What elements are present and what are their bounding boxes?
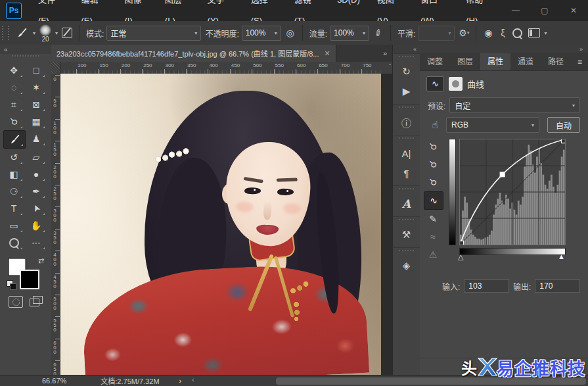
dock-group-grip[interactable] <box>399 188 414 192</box>
glyphs-panel[interactable]: A <box>393 194 420 214</box>
default-colors-icon[interactable] <box>7 280 15 289</box>
pressure-opacity-icon[interactable]: ◎ <box>283 26 298 40</box>
3d-panel[interactable]: ◈ <box>393 256 420 276</box>
tab-close-icon[interactable]: ✕ <box>324 49 330 58</box>
vertical-ruler[interactable]: 050100150200250300350400450500550600650 <box>51 74 61 375</box>
airbrush-icon[interactable]: ✐ <box>369 23 389 43</box>
search-icon[interactable] <box>510 26 524 40</box>
eyedropper-tool[interactable]: ⚲ <box>3 113 24 130</box>
document-tab[interactable]: 23a203cc0579486fbebbaf417146dfe7_tplv-ob… <box>51 45 336 62</box>
clone-stamp-tool[interactable]: ♟ <box>26 130 47 147</box>
tool-presets-panel[interactable]: ⚒ <box>393 225 420 245</box>
dock-group-grip[interactable] <box>399 137 414 141</box>
black-point-eyedropper[interactable]: ⚲ <box>424 138 442 155</box>
history-panel[interactable]: ↻ <box>393 62 420 82</box>
eraser-tool[interactable]: ▱ <box>26 149 47 166</box>
targeted-adjustment-icon[interactable]: ☝ <box>428 119 442 131</box>
paint-symmetry-icon[interactable]: ξ <box>495 26 510 40</box>
path-select-tool[interactable]: ➤ <box>26 200 47 217</box>
tab-adjustments[interactable]: 调整 <box>420 53 450 70</box>
zoom-level[interactable]: 66.67% <box>42 377 66 385</box>
tab-paths[interactable]: 路径 <box>541 53 571 70</box>
brush-tool[interactable] <box>3 130 26 149</box>
lasso-tool[interactable]: ◌ <box>3 79 24 96</box>
minimize-button[interactable]: — <box>501 0 530 21</box>
pen-tool[interactable]: ✒ <box>26 183 47 200</box>
tool-dock-collapse[interactable]: « <box>0 45 51 54</box>
pressure-size-icon[interactable]: ◉ <box>481 26 495 40</box>
smooth-curve[interactable]: ≈ <box>424 228 442 245</box>
horizontal-scrollbar[interactable]: ‹ <box>192 375 588 386</box>
ruler-caret-icon[interactable]: ˆ <box>389 63 391 70</box>
smoothing-select[interactable]: ▾ <box>418 26 455 41</box>
move-tool[interactable]: ✥ <box>3 62 24 79</box>
frame-tool[interactable]: ⊠ <box>26 96 47 113</box>
dodge-tool[interactable]: ⚆ <box>3 183 24 200</box>
blur-tool[interactable]: ● <box>26 166 47 183</box>
smoothing-options-gear-icon[interactable]: ⚙▾ <box>457 26 471 40</box>
actions-panel[interactable]: ▶ <box>393 82 420 101</box>
input-field[interactable]: 103 <box>464 279 509 293</box>
curves-graph[interactable] <box>459 139 566 245</box>
dock-group-grip[interactable] <box>399 219 414 223</box>
curve-pencil-tool[interactable]: ✎ <box>424 210 442 228</box>
brush-size-picker[interactable]: 20 ▾ <box>39 23 58 43</box>
curve-point-tool[interactable]: ∿ <box>424 191 443 210</box>
zoom-tool[interactable] <box>3 234 24 251</box>
black-point-slider[interactable]: △ <box>458 253 463 260</box>
tool-options-panel-toggle[interactable]: ▾ <box>528 28 547 37</box>
previous-state-icon[interactable]: ↩ <box>539 362 545 372</box>
ruler-corner[interactable] <box>51 62 61 74</box>
options-bar-grip[interactable] <box>2 26 9 40</box>
screen-mode-button[interactable] <box>30 296 43 306</box>
crop-tool[interactable]: ⌗ <box>3 96 24 113</box>
scroll-left-arrow-icon[interactable]: ‹ <box>192 376 194 383</box>
dock-group-grip[interactable] <box>399 56 414 60</box>
tab-channels[interactable]: 通道 <box>510 53 541 70</box>
flow-select[interactable]: 100% ▾ <box>330 26 369 41</box>
type-tool[interactable]: T <box>3 200 24 217</box>
hand-tool[interactable]: ✋ <box>26 217 47 234</box>
panel-dock-header[interactable]: » <box>420 45 588 53</box>
layer-mask-icon[interactable] <box>449 77 463 91</box>
tab-layers[interactable]: 图层 <box>450 53 480 70</box>
close-button[interactable]: ✕ <box>559 0 588 21</box>
delete-adjustment-icon[interactable] <box>570 363 579 372</box>
horizontal-ruler[interactable]: 1001502002503003504004505005506006507007… <box>60 62 383 74</box>
output-field[interactable]: 170 <box>535 279 580 293</box>
quick-mask-button[interactable] <box>9 296 23 308</box>
canvas-image[interactable] <box>60 74 381 375</box>
magic-wand-tool[interactable]: ✶ <box>26 79 47 96</box>
patch-tool[interactable]: ▦ <box>26 113 47 130</box>
marquee-tool[interactable]: □ <box>26 62 47 79</box>
preset-select[interactable]: 自定 ▾ <box>449 97 580 113</box>
opacity-select[interactable]: 100% ▾ <box>242 26 281 41</box>
white-point-slider[interactable]: ▲ <box>558 253 565 260</box>
auto-button[interactable]: 自动 <box>547 117 580 133</box>
dock-group-grip[interactable] <box>399 107 414 110</box>
tab-properties[interactable]: 属性 <box>480 53 510 70</box>
character-panel[interactable]: A| <box>393 143 420 163</box>
gray-point-eyedropper[interactable]: ⚲ <box>424 156 442 173</box>
more-tools[interactable]: ⋯ <box>26 234 47 251</box>
histogram-warning[interactable]: ⚠ <box>424 246 442 263</box>
maximize-button[interactable]: ▢ <box>530 0 559 21</box>
channel-select[interactable]: RGB ▾ <box>446 117 539 133</box>
shape-tool[interactable]: ▭ <box>3 217 24 234</box>
brush-settings-panel-icon[interactable] <box>60 26 74 40</box>
scrollbar-thumb[interactable] <box>276 377 586 385</box>
blend-mode-select[interactable]: 正常 ▾ <box>106 26 201 41</box>
tool-dock-grip[interactable] <box>12 55 39 60</box>
info-panel[interactable]: ⓘ <box>393 112 420 132</box>
tab-overflow-icon[interactable]: » <box>378 45 392 62</box>
dock-group-grip[interactable] <box>399 250 414 254</box>
reset-icon[interactable]: ↺ <box>554 362 561 372</box>
background-color-swatch[interactable] <box>20 270 39 289</box>
white-point-eyedropper[interactable]: ⚲ <box>424 174 442 191</box>
swap-colors-icon[interactable]: ⇄ <box>38 256 44 265</box>
history-brush-tool[interactable]: ↺ <box>3 149 24 166</box>
panel-menu-icon[interactable]: ≡ <box>572 53 588 70</box>
dock-collapse[interactable]: « <box>393 45 420 53</box>
status-menu-arrow-icon[interactable]: › <box>179 377 182 385</box>
gradient-tool[interactable]: ◧ <box>3 166 24 183</box>
